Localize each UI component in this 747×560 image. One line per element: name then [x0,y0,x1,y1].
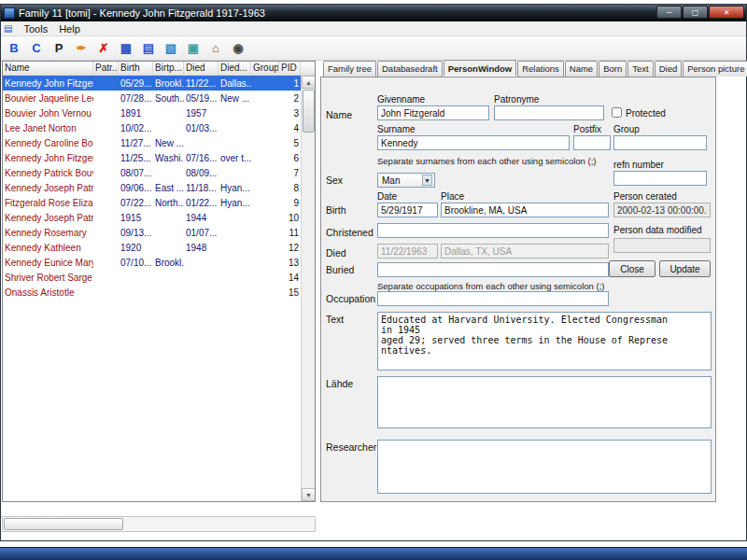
person-list-vertical-scrollbar[interactable]: ▲ ▼ [301,76,315,501]
table-row[interactable]: Kennedy Joseph Patri...1915194410 [3,210,315,225]
researcher-area[interactable] [377,440,712,494]
title-bar[interactable]: Family 11 [tomi] - Kennedy John Fitzgera… [1,5,746,21]
protected-checkbox[interactable] [612,107,622,118]
cell: 1957 [184,108,218,119]
cell: 12 [279,243,301,253]
tab-text[interactable]: Text [627,61,653,77]
search-icon[interactable]: ◉ [229,39,247,58]
menu-tools[interactable]: Tools [18,23,53,35]
postfix-field[interactable] [573,135,611,150]
tab-relations[interactable]: Relations [517,61,564,77]
column-header-pid[interactable]: PID [279,62,301,75]
scrollbar-thumb[interactable] [303,90,315,133]
cell: Brookl... [153,78,184,89]
person-list-horizontal-scrollbar[interactable] [2,516,316,532]
report-icon[interactable]: ▧ [162,39,180,58]
update-button[interactable]: Update [659,260,711,277]
tab-family-tree[interactable]: Family tree [323,61,376,77]
tab-personwindow[interactable]: PersonWindow [444,60,517,76]
home-icon[interactable]: ⌂ [206,39,225,58]
label-date: Date [377,191,397,202]
table-row[interactable]: Kennedy Caroline Bou...11/27...New ...5 [3,135,315,150]
close-window-button[interactable]: ✕ [709,6,744,19]
surname-hint: Separate surnames from each other using … [377,156,596,166]
close-button[interactable]: Close [609,260,655,277]
scroll-down-icon[interactable]: ▼ [302,488,316,501]
label-lahde: Lähde [326,378,353,389]
cell: Kennedy Patrick Bouv... [3,168,93,178]
cell: 1915 [119,213,153,223]
label-person-modified: Person data modified [613,225,702,235]
tab-born[interactable]: Born [599,61,627,77]
text-area[interactable]: Educated at Harvard University. Elected … [377,312,712,371]
maximize-button[interactable]: ▢ [683,6,708,19]
lahde-area[interactable] [377,376,712,428]
letter-c-icon[interactable]: C [27,39,46,58]
table-row[interactable]: Lee Janet Norton10/02...01/03...4 [3,120,315,135]
cell: over t... [218,153,251,163]
buried-field[interactable] [377,262,609,277]
column-header-died[interactable]: Died... [218,62,251,75]
column-header-name[interactable]: Name [3,62,93,75]
cell: 11/25... [119,153,153,163]
occupation-field[interactable] [377,291,609,306]
table-row[interactable]: Fitzgerald Rose Elizab...07/22...North..… [3,195,315,210]
table-row[interactable]: Kennedy Rosemary09/13...01/07...11 [3,225,315,240]
christened-field[interactable] [377,223,609,238]
family-tree-icon[interactable]: ▦ [117,39,135,58]
letter-b-icon[interactable]: B [5,39,23,58]
surname-field[interactable] [377,135,570,150]
table-row[interactable]: Kennedy Kathleen1920194812 [3,240,315,255]
taskbar[interactable] [0,547,747,560]
refn-field[interactable] [613,171,707,186]
column-header-birth[interactable]: Birth [119,62,153,75]
table-row[interactable]: Kennedy John Fitzger...05/29...Brookl...… [3,76,315,91]
table-row[interactable]: Kennedy John Fitzger...11/25...Washi...0… [3,150,315,165]
picture-icon[interactable]: ▣ [184,39,203,58]
cell: Kennedy Joseph Patri... [3,213,93,223]
label-refn: refn number [613,160,664,170]
tab-strip: Family treeDatabasedraftPersonWindowRela… [323,61,747,77]
table-row[interactable]: Onassis Aristotle15 [3,285,315,300]
tab-databasedraft[interactable]: Databasedraft [377,61,443,77]
table-row[interactable]: Shriver Robert Sarge...14 [3,270,315,285]
desktop: Family 11 [tomi] - Kennedy John Fitzgera… [0,0,747,560]
sex-dropdown[interactable]: Man ▼ [377,173,435,188]
person-list-header[interactable]: NamePatr...BirthBirtp...DiedDied...Group… [3,62,315,76]
column-header-patr[interactable]: Patr... [93,62,119,75]
tab-name[interactable]: Name [565,61,598,77]
table-row[interactable]: Kennedy Joseph Patrick09/06...East ...11… [3,180,315,195]
group-field[interactable] [613,135,707,150]
cell: Washi... [153,153,184,163]
table-row[interactable]: Bouvier John Vernou III189119573 [3,105,315,120]
givenname-field[interactable] [377,105,489,120]
scroll-up-icon[interactable]: ▲ [302,76,316,89]
tab-person-picture[interactable]: Person picture [683,61,747,77]
cell: Shriver Robert Sarge... [3,273,93,283]
cell: Kennedy John Fitzger... [3,78,93,89]
label-group: Group [613,124,640,134]
cell: 10/02... [119,123,153,133]
letter-p-icon[interactable]: P [49,39,68,58]
database-icon[interactable]: ▤ [139,39,158,58]
document-icon: ▤ [4,23,12,34]
table-row[interactable]: Kennedy Eunice Mary...07/10...Brookl...1… [3,255,315,270]
menu-help[interactable]: Help [53,23,86,35]
quill-icon[interactable]: ✒ [72,39,91,58]
birth-date-field[interactable] [377,203,438,217]
minimize-button[interactable]: ─ [656,6,682,19]
table-row[interactable]: Bouvier Jaqueline Lee07/28...South...05/… [3,91,315,105]
label-buried: Buried [326,264,354,275]
column-header-birtp[interactable]: Birtp... [153,62,184,75]
birth-place-field[interactable] [441,203,609,217]
remove-person-icon[interactable]: ✗ [94,39,113,58]
column-header-group[interactable]: Group [251,62,279,75]
horizontal-scrollbar-thumb[interactable] [4,518,123,530]
toolbar: BCP✒✗▦▤▧▣⌂◉ [1,36,746,61]
column-header-died[interactable]: Died [184,62,218,75]
tab-died[interactable]: Died [655,61,683,77]
table-row[interactable]: Kennedy Patrick Bouv...08/07...08/09...7 [3,165,315,180]
cell: 13 [279,258,301,268]
label-surname: Surname [377,124,416,134]
patronyme-field[interactable] [494,105,604,120]
